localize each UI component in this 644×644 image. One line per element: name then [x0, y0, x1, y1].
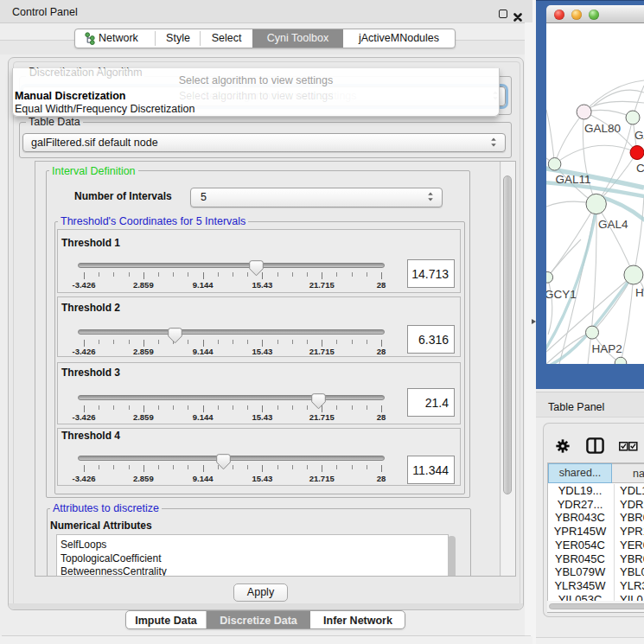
- svg-text:GCY1: GCY1: [546, 288, 577, 301]
- svg-text:HAP2: HAP2: [592, 342, 622, 355]
- svg-text:GAL80: GAL80: [584, 122, 621, 135]
- svg-text:GA: GA: [634, 129, 644, 142]
- svg-text:CR: CR: [636, 162, 644, 175]
- svg-text:HA: HA: [635, 286, 644, 299]
- svg-text:GAL4: GAL4: [598, 218, 628, 231]
- svg-text:GAL11: GAL11: [556, 173, 591, 186]
